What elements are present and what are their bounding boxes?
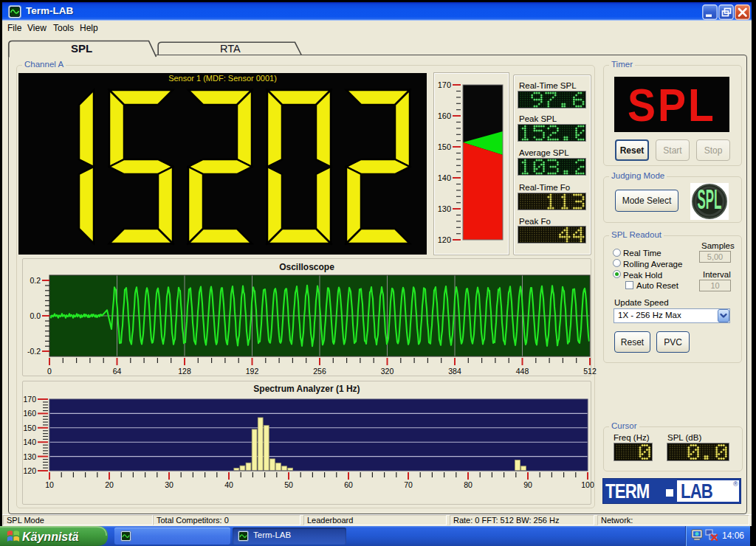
svg-text:160: 160 — [438, 111, 451, 120]
svg-text:100: 100 — [581, 480, 594, 489]
svg-text:0.2: 0.2 — [30, 276, 41, 285]
svg-text:20: 20 — [105, 480, 114, 489]
svg-text:30: 30 — [165, 480, 173, 489]
svg-text:192: 192 — [246, 367, 259, 376]
svg-text:512: 512 — [583, 367, 597, 376]
svg-text:Käynnistä: Käynnistä — [22, 531, 79, 543]
svg-text:40: 40 — [224, 480, 233, 489]
svg-text:130: 130 — [438, 204, 451, 213]
svg-text:0.0: 0.0 — [30, 311, 41, 320]
svg-text:448: 448 — [516, 367, 529, 376]
svg-text:10: 10 — [45, 480, 54, 489]
svg-text:130: 130 — [23, 452, 36, 461]
svg-text:170: 170 — [438, 80, 451, 89]
svg-text:120: 120 — [438, 235, 451, 244]
svg-text:SPL: SPL — [698, 184, 722, 213]
svg-text:-0.2: -0.2 — [27, 347, 41, 356]
svg-text:80: 80 — [464, 480, 472, 489]
svg-text:128: 128 — [178, 367, 191, 376]
svg-text:170: 170 — [23, 395, 36, 404]
svg-text:60: 60 — [344, 480, 353, 489]
svg-text:256: 256 — [313, 367, 326, 376]
svg-text:320: 320 — [381, 367, 394, 376]
svg-text:0: 0 — [47, 367, 52, 376]
svg-text:160: 160 — [23, 409, 36, 418]
svg-text:384: 384 — [448, 367, 461, 376]
svg-text:90: 90 — [523, 480, 532, 489]
svg-text:140: 140 — [23, 438, 36, 446]
svg-text:120: 120 — [23, 466, 36, 475]
svg-text:64: 64 — [113, 367, 122, 376]
svg-text:50: 50 — [284, 480, 293, 489]
svg-text:70: 70 — [404, 480, 413, 489]
svg-text:140: 140 — [438, 173, 451, 182]
svg-text:150: 150 — [438, 142, 451, 151]
svg-text:150: 150 — [23, 424, 36, 432]
